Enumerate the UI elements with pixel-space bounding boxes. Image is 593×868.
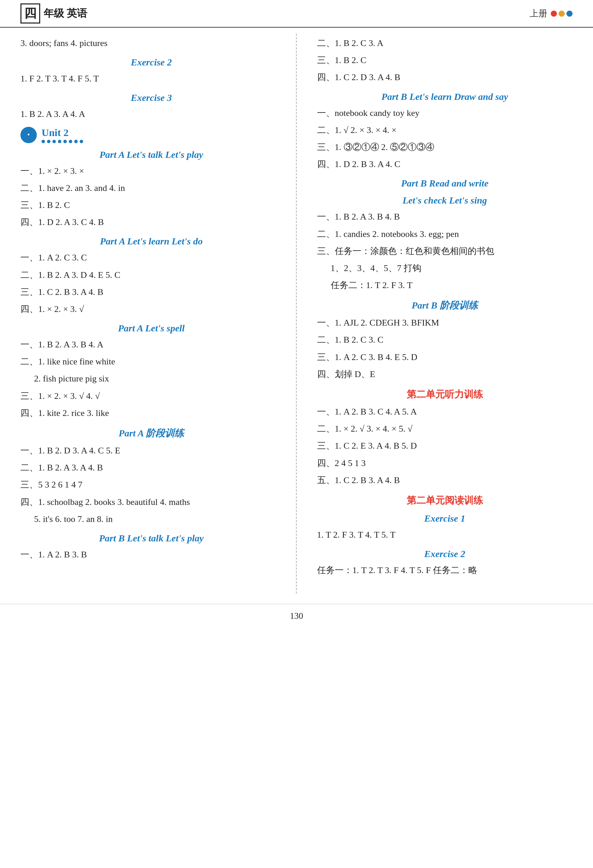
partb-stage-ans1: 一、1. AJL 2. CDEGH 3. BFIKM: [317, 315, 573, 331]
header-circles: [551, 10, 572, 17]
lets-check-ans5: 任务二：1. T 2. F 3. T: [317, 278, 573, 293]
parta-spell-ans3: 2. fish picture pig six: [21, 371, 283, 386]
parta-learn-ans3: 三、1. C 2. B 3. A 4. B: [21, 285, 283, 300]
unit2-listen-ans2: 二、1. × 2. √ 3. × 4. × 5. √: [317, 421, 573, 436]
unit2-listen-ans5: 五、1. C 2. B 3. A 4. B: [317, 473, 573, 488]
unit2-listen-ans1: 一、1. A 2. B 3. C 4. A 5. A: [317, 404, 573, 419]
unit2-listening-heading: 第二单元听力训练: [317, 388, 573, 401]
reading-ex1-heading: Exercise 1: [317, 513, 573, 524]
col-left: 3. doors; fans 4. pictures Exercise 2 1.…: [0, 34, 297, 593]
circle-red: [551, 10, 557, 17]
right-ans3: 四、1. C 2. D 3. A 4. B: [317, 70, 573, 85]
right-ans2: 三、1. B 2. C: [317, 53, 573, 68]
page-header: 四 年级 英语 上册: [0, 0, 593, 28]
unit2-listen-ans3: 三、1. C 2. E 3. A 4. B 5. D: [317, 438, 573, 453]
parta-spell-ans2: 二、1. like nice fine white: [21, 354, 283, 369]
exercise3-heading: Exercise 3: [21, 92, 283, 103]
unit2-marker: • Unit 2: [21, 127, 283, 143]
parta-spell-ans4: 三、1. × 2. × 3. √ 4. √: [21, 389, 283, 404]
unit-dots: [41, 140, 83, 143]
unit-circle: •: [21, 127, 37, 143]
exercise2-heading: Exercise 2: [21, 57, 283, 68]
partb-talk-heading: Part B Let's talk Let's play: [21, 533, 283, 544]
lets-check-ans3: 三、任务一：涂颜色：红色和黄色相间的书包: [317, 244, 573, 259]
parta-talk-ans4: 四、1. D 2. A 3. C 4. B: [21, 215, 283, 230]
header-right: 上册: [530, 7, 572, 19]
parta-stage-ans2: 二、1. B 2. A 3. A 4. B: [21, 460, 283, 475]
parta-learn-ans4: 四、1. × 2. × 3. √: [21, 302, 283, 317]
unit2-listen-ans4: 四、2 4 5 1 3: [317, 456, 573, 471]
lets-check-ans1: 一、1. B 2. A 3. B 4. B: [317, 209, 573, 224]
partb-learn-ans2: 二、1. √ 2. × 3. × 4. ×: [317, 123, 573, 138]
parta-spell-ans1: 一、1. B 2. A 3. B 4. A: [21, 337, 283, 352]
partb-stage-heading: Part B 阶段训练: [317, 299, 573, 312]
partb-learn-ans3: 三、1. ③②①④ 2. ⑤②①③④: [317, 140, 573, 155]
parta-talk-ans1: 一、1. × 2. × 3. ×: [21, 164, 283, 179]
parta-stage-ans1: 一、1. B 2. D 3. A 4. C 5. E: [21, 443, 283, 458]
main-content: 3. doors; fans 4. pictures Exercise 2 1.…: [0, 34, 593, 593]
parta-stage-heading: Part A 阶段训练: [21, 427, 283, 440]
header-left: 四 年级 英语: [21, 3, 87, 24]
col-right: 二、1. B 2. C 3. A 三、1. B 2. C 四、1. C 2. D…: [297, 34, 593, 593]
partb-learn-heading: Part B Let's learn Draw and say: [317, 92, 573, 102]
partb-talk-ans1: 一、1. A 2. B 3. B: [21, 547, 283, 562]
parta-stage-ans4: 四、1. schoolbag 2. books 3. beautiful 4. …: [21, 495, 283, 510]
partb-rw-heading: Part B Read and write: [317, 178, 573, 189]
unit2-text: Unit 2: [41, 127, 83, 139]
parta-talk-ans3: 三、1. B 2. C: [21, 198, 283, 213]
parta-talk-heading: Part A Let's talk Let's play: [21, 149, 283, 160]
partb-learn-ans4: 四、1. D 2. B 3. A 4. C: [317, 157, 573, 172]
page: 四 年级 英语 上册 3. doors; fans 4. pictures Ex…: [0, 0, 593, 868]
reading-ex2-ans: 任务一：1. T 2. T 3. F 4. T 5. F 任务二：略: [317, 563, 573, 578]
parta-learn-ans2: 二、1. B 2. A 3. D 4. E 5. C: [21, 268, 283, 283]
parta-talk-ans2: 二、1. have 2. an 3. and 4. in: [21, 181, 283, 196]
exercise3-answers: 1. B 2. A 3. A 4. A: [21, 107, 283, 122]
partb-stage-ans4: 四、划掉 D、E: [317, 367, 573, 382]
grade-character: 四: [21, 3, 40, 24]
partb-stage-ans2: 二、1. B 2. C 3. C: [317, 332, 573, 347]
partb-stage-ans3: 三、1. A 2. C 3. B 4. E 5. D: [317, 350, 573, 365]
lets-check-heading: Let's check Let's sing: [317, 195, 573, 206]
reading-ex1-ans: 1. T 2. F 3. T 4. T 5. T: [317, 527, 573, 542]
reading-ex2-heading: Exercise 2: [317, 549, 573, 559]
parta-learn-heading: Part A Let's learn Let's do: [21, 236, 283, 247]
parta-stage-ans5: 5. it's 6. too 7. an 8. in: [21, 512, 283, 527]
parta-spell-ans5: 四、1. kite 2. rice 3. like: [21, 406, 283, 421]
parta-stage-ans3: 三、5 3 2 6 1 4 7: [21, 477, 283, 492]
volume-label: 上册: [530, 7, 547, 19]
parta-spell-heading: Part A Let's spell: [21, 323, 283, 334]
exercise2-answers: 1. F 2. T 3. T 4. F 5. T: [21, 71, 283, 86]
top-answer-line: 3. doors; fans 4. pictures: [21, 36, 283, 51]
lets-check-ans4: 1、2、3、4、5、7 打钩: [317, 261, 573, 276]
right-ans1: 二、1. B 2. C 3. A: [317, 36, 573, 51]
circle-orange: [559, 10, 565, 17]
lets-check-ans2: 二、1. candies 2. notebooks 3. egg; pen: [317, 227, 573, 242]
page-number: 130: [290, 611, 303, 621]
parta-learn-ans1: 一、1. A 2. C 3. C: [21, 250, 283, 265]
page-footer: 130: [0, 604, 593, 628]
header-subject: 年级 英语: [44, 6, 87, 21]
circle-blue: [567, 10, 572, 17]
unit2-reading-heading: 第二单元阅读训练: [317, 494, 573, 507]
partb-learn-ans1: 一、notebook candy toy key: [317, 106, 573, 121]
